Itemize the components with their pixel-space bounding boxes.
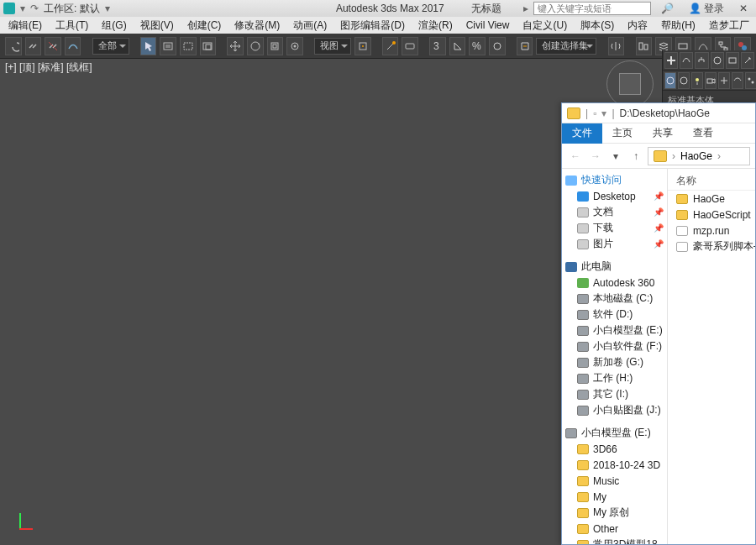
column-header-name[interactable]: 名称 — [668, 172, 755, 191]
tree-item[interactable]: 小白模型盘 (E:) — [562, 322, 667, 338]
tree-item[interactable]: Music — [562, 473, 667, 489]
named-selection-sets[interactable]: 创建选择集 — [536, 38, 596, 55]
utilities-tab-icon[interactable] — [741, 52, 754, 69]
tree-item[interactable]: 工作 (H:) — [562, 370, 667, 386]
nav-back-icon[interactable]: ← — [567, 148, 584, 165]
angle-snap-icon[interactable] — [449, 37, 466, 55]
menu-content[interactable]: 内容 — [622, 18, 653, 33]
menu-animation[interactable]: 动画(A) — [288, 18, 332, 33]
lights-icon[interactable] — [691, 72, 703, 89]
hierarchy-tab-icon[interactable] — [695, 52, 708, 69]
tree-item[interactable]: 3D66 — [562, 441, 667, 457]
tree-item[interactable]: 常用3D模型18 — [562, 537, 667, 544]
viewcube[interactable] — [606, 60, 654, 107]
tree-this-pc[interactable]: 此电脑 — [562, 259, 667, 275]
link-icon[interactable] — [25, 37, 42, 55]
helpers-icon[interactable] — [718, 72, 730, 89]
file-row[interactable]: HaoGe — [668, 191, 755, 207]
tab-view[interactable]: 查看 — [683, 123, 723, 144]
workspace-label[interactable]: 工作区: 默认 — [44, 2, 100, 16]
ref-coord-system[interactable]: 视图 — [314, 38, 351, 55]
file-list[interactable]: 名称 HaoGeHaoGeScriptmzp.run豪哥系列脚本—超 — [668, 169, 755, 544]
menu-grapheditors[interactable]: 图形编辑器(D) — [335, 18, 410, 33]
file-row[interactable]: HaoGeScript — [668, 207, 755, 223]
tree-item[interactable]: Autodesk 360 — [562, 275, 667, 291]
menu-help[interactable]: 帮助(H) — [656, 18, 701, 33]
window-crossing-icon[interactable] — [200, 37, 217, 55]
file-row[interactable]: 豪哥系列脚本—超 — [668, 238, 755, 254]
tree-item[interactable]: 本地磁盘 (C:) — [562, 291, 667, 307]
menu-group[interactable]: 组(G) — [97, 18, 131, 33]
modify-tab-icon[interactable] — [680, 52, 693, 69]
snap-toggle-icon[interactable]: 3 — [429, 37, 446, 55]
nav-up-icon[interactable]: ↑ — [627, 148, 644, 165]
tree-item[interactable]: 2018-10-24 3D — [562, 457, 667, 473]
tree-item[interactable]: My — [562, 489, 667, 505]
help-search[interactable]: 键入关键字或短语 — [533, 2, 651, 15]
shapes-icon[interactable] — [678, 72, 690, 89]
tree-item[interactable]: 下载📌 — [562, 220, 667, 236]
systems-icon[interactable] — [745, 72, 756, 89]
rotate-icon[interactable] — [247, 37, 264, 55]
menu-civilview[interactable]: Civil View — [461, 19, 515, 31]
select-manipulate-icon[interactable] — [382, 37, 399, 55]
move-icon[interactable] — [227, 37, 244, 55]
mirror-icon[interactable] — [608, 37, 625, 55]
select-object-icon[interactable] — [140, 37, 157, 55]
undo-icon[interactable] — [5, 37, 22, 55]
select-by-name-icon[interactable] — [160, 37, 176, 55]
cameras-icon[interactable] — [705, 72, 717, 89]
tree-item[interactable]: 小白软件盘 (F:) — [562, 338, 667, 354]
menu-maxscript[interactable]: 脚本(S) — [575, 18, 619, 33]
breadcrumb-item[interactable]: HaoGe — [680, 150, 712, 162]
redo-arrow[interactable]: ↷ — [30, 3, 39, 14]
tree-item[interactable]: 小白贴图盘 (J:) — [562, 402, 667, 418]
chevron-right-icon[interactable]: › — [717, 150, 721, 162]
address-bar[interactable]: › HaoGe › — [648, 147, 750, 165]
viewport-label[interactable]: [+] [顶] [标准] [线框] — [5, 60, 92, 75]
explorer-titlebar[interactable]: | ▫ ▾ | D:\Desketop\HaoGe — [562, 103, 755, 123]
tab-share[interactable]: 共享 — [643, 123, 683, 144]
unlink-icon[interactable] — [45, 37, 61, 55]
display-tab-icon[interactable] — [726, 52, 739, 69]
tab-home[interactable]: 主页 — [602, 123, 643, 144]
tree-quick-access[interactable]: 快速访问 — [562, 172, 667, 188]
motion-tab-icon[interactable] — [711, 52, 724, 69]
menu-views[interactable]: 视图(V) — [135, 18, 179, 33]
tree-drive-e[interactable]: 小白模型盘 (E:) — [562, 425, 667, 441]
file-row[interactable]: mzp.run — [668, 223, 755, 238]
tree-item[interactable]: 图片📌 — [562, 236, 667, 252]
tree-item[interactable]: 其它 (I:) — [562, 386, 667, 402]
nav-tree[interactable]: 快速访问 Desketop📌文档📌下载📌图片📌 此电脑 Autodesk 360… — [562, 169, 668, 544]
nav-history-icon[interactable]: ▾ — [607, 148, 624, 165]
use-pivot-icon[interactable] — [354, 37, 371, 55]
menu-create[interactable]: 创建(C) — [182, 18, 227, 33]
tree-item[interactable]: 新加卷 (G:) — [562, 354, 667, 370]
menu-tools[interactable]: 工具(T) — [50, 18, 93, 33]
infocenter-icon[interactable]: 🔎 — [656, 3, 679, 14]
edit-named-sel-icon[interactable] — [517, 37, 533, 55]
spacewarps-icon[interactable] — [732, 72, 743, 89]
percent-snap-icon[interactable]: % — [469, 37, 486, 55]
favorites-icon[interactable]: ✕ — [734, 3, 753, 14]
geometry-icon[interactable] — [664, 72, 676, 89]
menu-rendering[interactable]: 渲染(R) — [413, 18, 458, 33]
tree-item[interactable]: Other — [562, 521, 667, 537]
tree-item[interactable]: My 原创 — [562, 505, 667, 521]
spinner-snap-icon[interactable] — [489, 37, 506, 55]
create-tab-icon[interactable] — [664, 52, 678, 69]
menu-ext1[interactable]: 造梦工厂 — [704, 18, 754, 33]
tree-item[interactable]: 文档📌 — [562, 204, 667, 220]
chevron-right-icon[interactable]: › — [672, 150, 675, 162]
align-icon[interactable] — [636, 37, 653, 55]
menu-modifiers[interactable]: 修改器(M) — [229, 18, 285, 33]
selection-filter[interactable]: 全部 — [92, 38, 129, 55]
bind-icon[interactable] — [65, 37, 81, 55]
menu-customize[interactable]: 自定义(U) — [517, 18, 572, 33]
nav-forward-icon[interactable]: → — [587, 148, 604, 165]
history-arrow[interactable]: ▾ — [20, 3, 25, 14]
login-button[interactable]: 👤 登录 — [684, 2, 729, 16]
menu-edit[interactable]: 编辑(E) — [3, 18, 47, 33]
tree-item[interactable]: Desketop📌 — [562, 188, 667, 204]
select-region-rect-icon[interactable] — [180, 37, 197, 55]
